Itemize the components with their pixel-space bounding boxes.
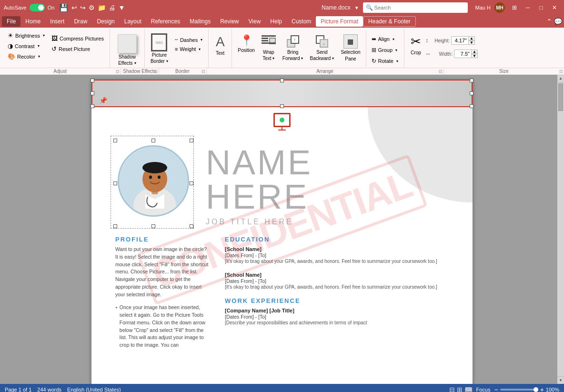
shadow-expand-btn[interactable]: ⊡: [154, 69, 158, 74]
wrap-text-btn[interactable]: Wrap Text ▾: [259, 30, 279, 63]
window-layout-btn[interactable]: ⊞: [509, 2, 520, 13]
menu-insert[interactable]: Insert: [45, 16, 69, 27]
close-btn[interactable]: ✕: [549, 2, 560, 13]
edu1-school: [School Name]: [225, 246, 262, 252]
title-dropdown[interactable]: ▼: [354, 5, 359, 10]
size-expand-btn[interactable]: ⊡: [559, 69, 563, 74]
menu-design[interactable]: Design: [92, 16, 119, 27]
compress-pictures-btn[interactable]: 🖼 Compress Pictures: [49, 33, 107, 43]
header-handle-ml[interactable]: [91, 91, 94, 95]
menu-header-footer[interactable]: Header & Footer: [363, 16, 416, 27]
header-handle-tl[interactable]: [91, 79, 94, 82]
adjust-expand-btn[interactable]: ⊡: [116, 69, 120, 74]
profile-handle-tm[interactable]: [151, 139, 155, 142]
print-layout-btn[interactable]: ⊟: [449, 386, 455, 392]
maximize-btn[interactable]: □: [535, 2, 547, 13]
profile-handle-br[interactable]: [190, 224, 193, 228]
height-down[interactable]: ▼: [468, 40, 475, 45]
height-up[interactable]: ▲: [468, 36, 475, 40]
footer-size-label: Size: [499, 69, 508, 74]
group-btn[interactable]: ⊞ Group ▾: [369, 45, 401, 55]
header-handle-bl[interactable]: [91, 104, 94, 108]
status-right: ⊟ ⊞ 📖 Focus − + 100%: [449, 386, 559, 392]
contrast-label: Contrast: [15, 43, 35, 49]
scroll-up-btn[interactable]: ▲: [557, 75, 564, 82]
work1-desc: [Describe your responsibilities and achi…: [225, 320, 449, 326]
zoom-out-btn[interactable]: −: [494, 386, 498, 392]
web-layout-btn[interactable]: ⊞: [457, 386, 463, 392]
more-icon[interactable]: ⚙: [89, 4, 95, 11]
menu-layout[interactable]: Layout: [120, 16, 146, 27]
zoom-slider[interactable]: [500, 389, 538, 391]
zoom-container: − + 100%: [494, 386, 559, 392]
menu-references[interactable]: References: [146, 16, 185, 27]
selection-label: Selection: [341, 50, 360, 55]
profile-handle-bl[interactable]: [113, 224, 117, 228]
arrange-sub-col: ⬌ Align ▾ ⊞ Group ▾ ↻ Rotate ▾: [369, 30, 401, 66]
save-icon[interactable]: 💾: [59, 3, 69, 12]
autosave-toggle[interactable]: [30, 4, 45, 11]
ribbon-collapse-icon[interactable]: ⌃: [546, 18, 552, 25]
profile-handle-mr[interactable]: [190, 181, 193, 185]
work-entry-1: [Company Name] [Job Title] [Dates From] …: [225, 307, 449, 326]
rotate-btn[interactable]: ↻ Rotate ▾: [369, 56, 401, 66]
crop-btn[interactable]: ✂ Crop: [407, 30, 424, 57]
print-icon[interactable]: 🖨: [109, 4, 115, 11]
header-handle-br[interactable]: [470, 104, 473, 108]
crop-label: Crop: [411, 50, 421, 55]
menu-picture-format[interactable]: Picture Format: [316, 16, 363, 27]
autosave-on-label: On: [48, 5, 55, 10]
menu-mailings[interactable]: Mailings: [185, 16, 215, 27]
read-mode-btn[interactable]: 📖: [464, 386, 473, 392]
user-avatar[interactable]: MH: [494, 2, 505, 13]
width-down[interactable]: ▼: [471, 54, 478, 58]
border-expand-btn[interactable]: ⊡: [201, 69, 205, 74]
selection-pane-btn[interactable]: ▦ Selection Pane: [338, 30, 363, 63]
feedback-icon[interactable]: 💬: [554, 18, 562, 25]
vertical-scrollbar[interactable]: ▼: [557, 82, 564, 384]
header-zone[interactable]: 📌: [91, 80, 473, 107]
brightness-btn[interactable]: ☀ Brightness ▾: [5, 30, 48, 40]
redo-icon[interactable]: ↪: [80, 4, 86, 11]
menu-draw[interactable]: Draw: [69, 16, 92, 27]
arrange-expand-btn[interactable]: ⊡: [439, 69, 443, 74]
header-handle-bm[interactable]: [280, 104, 284, 108]
menu-review[interactable]: Review: [215, 16, 243, 27]
search-input[interactable]: [363, 2, 468, 13]
bring-forward-btn[interactable]: ↑ Bring Forward ▾: [280, 30, 306, 63]
dashes-btn[interactable]: ╌ Dashes ▾: [172, 35, 205, 44]
scrollbar-thumb[interactable]: [558, 83, 563, 111]
send-backward-btn[interactable]: ↓ Send Backward ▾: [307, 30, 337, 63]
profile-handle-tr[interactable]: [190, 139, 193, 142]
custom-icon[interactable]: ▼: [118, 4, 125, 11]
menu-home[interactable]: Home: [20, 16, 45, 27]
menu-custom[interactable]: Custom: [287, 16, 316, 27]
align-btn[interactable]: ⬌ Align ▾: [369, 34, 401, 44]
scroll-down-btn[interactable]: ▼: [557, 376, 564, 384]
header-handle-tr[interactable]: [470, 79, 473, 82]
doc-scroll[interactable]: 📌 Header: [0, 75, 564, 384]
shadow-effects-btn[interactable]: Shadow Effects ▾: [113, 30, 141, 68]
profile-handle-tl[interactable]: [113, 139, 117, 142]
edu2-desc: [It's okay to brag about your GPA, award…: [225, 284, 449, 291]
header-handle-mr[interactable]: [470, 91, 473, 95]
reset-picture-btn[interactable]: ↺ Reset Picture: [49, 44, 107, 54]
focus-label[interactable]: Focus: [476, 387, 491, 392]
folder-icon[interactable]: 📁: [98, 4, 106, 11]
width-up[interactable]: ▲: [471, 50, 478, 54]
menu-file[interactable]: File: [2, 16, 20, 27]
menu-help[interactable]: Help: [265, 16, 287, 27]
text-btn[interactable]: A Text: [211, 30, 230, 58]
profile-handle-bm[interactable]: [151, 224, 155, 228]
position-btn[interactable]: 📍 Position: [235, 30, 258, 55]
contrast-btn[interactable]: ◑ Contrast ▾: [5, 41, 48, 51]
minimize-btn[interactable]: ─: [522, 2, 534, 13]
picture-border-btn[interactable]: IMG Picture Border ▾: [148, 30, 171, 66]
recolor-btn[interactable]: 🎨 Recolor ▾: [5, 51, 48, 61]
weight-btn[interactable]: ≡ Weight ▾: [172, 45, 205, 53]
profile-handle-ml[interactable]: [113, 181, 117, 185]
zoom-in-btn[interactable]: +: [540, 386, 544, 392]
header-handle-tm[interactable]: [280, 79, 284, 82]
undo-icon[interactable]: ↩: [71, 4, 77, 11]
menu-view[interactable]: View: [244, 16, 266, 27]
